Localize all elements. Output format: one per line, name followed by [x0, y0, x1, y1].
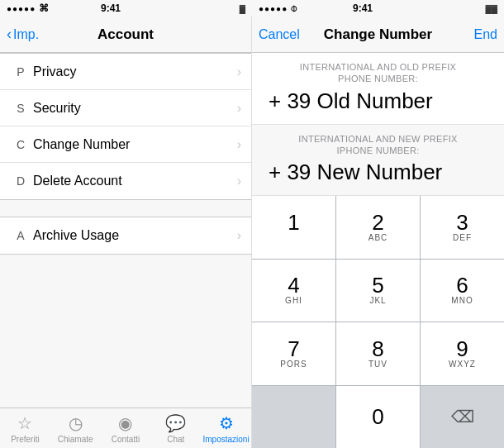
- key-6[interactable]: 6 MNO: [421, 260, 504, 322]
- status-bar: ●●●●● ⌘ 9:41 ▓ ●●●●● ⌽ 9:41 ▓▓: [0, 0, 504, 17]
- key-0-main: 0: [372, 406, 383, 427]
- left-nav-title: Account: [97, 26, 154, 43]
- change-number-icon: C: [13, 137, 28, 152]
- archive-usage-chevron-icon: ›: [237, 228, 241, 243]
- right-nav-title: Change Number: [324, 26, 432, 43]
- back-button[interactable]: ‹ Imp.: [7, 26, 39, 43]
- delete-account-label: Delete Account: [33, 174, 237, 188]
- change-number-chevron-icon: ›: [237, 137, 241, 152]
- left-spacer: [0, 255, 251, 407]
- tab-chat[interactable]: 💬 Chat: [150, 413, 201, 444]
- left-nav-bar: ‹ Imp. Account: [0, 17, 251, 53]
- menu-item-privacy[interactable]: P Privacy ›: [0, 54, 251, 90]
- key-4[interactable]: 4 GHI: [252, 260, 336, 322]
- menu-item-change-number[interactable]: C Change Number ›: [0, 126, 251, 163]
- new-phone-number: + 39 New Number: [265, 160, 491, 185]
- security-icon: S: [13, 101, 28, 116]
- left-battery: ▓: [240, 4, 245, 13]
- right-wifi: ⌽: [291, 2, 297, 14]
- keypad-row-1: 1 2 ABC 3 DEF: [252, 196, 504, 259]
- main-container: ‹ Imp. Account P Privacy › S Security › …: [0, 17, 504, 448]
- contatti-label: Contatti: [112, 435, 140, 444]
- right-signal: ●●●●●: [259, 4, 288, 13]
- right-time: 9:41: [353, 2, 373, 14]
- tab-preferiti[interactable]: ☆ Preferiti: [0, 413, 50, 444]
- key-3[interactable]: 3 DEF: [421, 196, 504, 258]
- key-9[interactable]: 9 WXYZ: [421, 322, 504, 384]
- key-7-main: 7: [288, 338, 299, 360]
- right-nav-bar: Cancel Change Number End: [252, 17, 504, 53]
- tab-contatti[interactable]: ◉ Contatti: [101, 413, 151, 444]
- key-8[interactable]: 8 TUV: [336, 322, 421, 384]
- impostazioni-label: Impostazioni: [203, 435, 250, 444]
- archive-usage-icon: A: [13, 228, 28, 243]
- key-7-sub: PORS: [280, 360, 307, 369]
- archive-usage-label: Archive Usage: [33, 228, 237, 243]
- preferiti-icon: ☆: [17, 413, 32, 433]
- key-4-sub: GHI: [285, 296, 302, 306]
- key-5[interactable]: 5 JKL: [336, 260, 421, 322]
- keypad-row-2: 4 GHI 5 JKL 6 MNO: [252, 260, 504, 322]
- menu-list-1: P Privacy › S Security › C Change Number…: [0, 53, 251, 200]
- impostazioni-icon: ⚙: [219, 413, 234, 433]
- key-6-sub: MNO: [451, 296, 473, 306]
- key-1[interactable]: 1: [252, 196, 336, 258]
- old-phone-label: INTERNATIONAL AND OLD PREFIXPHONE NUMBER…: [265, 61, 491, 85]
- key-empty: [252, 386, 336, 448]
- tab-bar: ☆ Preferiti ◷ Chiamate ◉ Contatti 💬 Chat…: [0, 407, 251, 448]
- security-chevron-icon: ›: [237, 101, 241, 116]
- new-phone-section: INTERNATIONAL AND NEW PREFIXIPHONE NUMBE…: [252, 125, 504, 197]
- keypad-row-4: 0 ⌫: [252, 386, 504, 448]
- left-panel: ‹ Imp. Account P Privacy › S Security › …: [0, 17, 252, 448]
- key-1-sub: [292, 233, 296, 243]
- contatti-icon: ◉: [118, 413, 132, 433]
- key-backspace[interactable]: ⌫: [421, 386, 504, 448]
- key-8-sub: TUV: [368, 360, 388, 369]
- key-3-sub: DEF: [453, 233, 472, 243]
- key-0[interactable]: 0: [336, 386, 421, 448]
- chiamate-label: Chiamate: [58, 435, 93, 444]
- end-button[interactable]: End: [474, 27, 497, 42]
- chat-icon: 💬: [165, 413, 186, 433]
- menu-list-2: A Archive Usage ›: [0, 217, 251, 255]
- backspace-icon: ⌫: [451, 407, 474, 427]
- key-9-sub: WXYZ: [449, 360, 476, 369]
- change-number-label: Change Number: [33, 137, 237, 152]
- key-2-sub: ABC: [368, 233, 388, 243]
- right-panel: Cancel Change Number End INTERNATIONAL A…: [252, 17, 504, 448]
- key-1-main: 1: [288, 212, 299, 233]
- left-time: 9:41: [101, 2, 121, 14]
- right-battery: ▓▓: [485, 4, 497, 13]
- key-7[interactable]: 7 PORS: [252, 322, 336, 384]
- back-chevron-icon: ‹: [7, 26, 12, 43]
- security-label: Security: [33, 101, 237, 116]
- delete-account-icon: D: [13, 174, 28, 188]
- key-8-main: 8: [372, 338, 383, 360]
- key-4-main: 4: [288, 274, 299, 296]
- key-2[interactable]: 2 ABC: [336, 196, 421, 258]
- menu-item-archive-usage[interactable]: A Archive Usage ›: [0, 217, 251, 254]
- tab-impostazioni[interactable]: ⚙ Impostazioni: [201, 413, 251, 444]
- old-phone-number: + 39 Old Number: [265, 88, 491, 114]
- privacy-icon: P: [13, 64, 28, 79]
- old-phone-section: INTERNATIONAL AND OLD PREFIXPHONE NUMBER…: [252, 53, 504, 125]
- key-3-main: 3: [456, 212, 468, 233]
- left-wifi: ⌘: [39, 2, 49, 14]
- key-6-main: 6: [456, 274, 468, 296]
- key-9-main: 9: [456, 338, 468, 360]
- menu-item-delete-account[interactable]: D Delete Account ›: [0, 163, 251, 199]
- left-signal: ●●●●●: [7, 4, 36, 13]
- menu-item-security[interactable]: S Security ›: [0, 90, 251, 126]
- chiamate-icon: ◷: [69, 413, 83, 433]
- key-5-main: 5: [372, 274, 383, 296]
- back-label: Imp.: [13, 27, 39, 42]
- tab-chiamate[interactable]: ◷ Chiamate: [50, 413, 101, 444]
- keypad: 1 2 ABC 3 DEF 4 GHI 5: [252, 196, 504, 448]
- key-5-sub: JKL: [369, 296, 386, 306]
- privacy-label: Privacy: [33, 64, 237, 79]
- cancel-button[interactable]: Cancel: [259, 27, 300, 42]
- keypad-row-3: 7 PORS 8 TUV 9 WXYZ: [252, 322, 504, 385]
- chat-label: Chat: [167, 435, 184, 444]
- new-phone-label: INTERNATIONAL AND NEW PREFIXIPHONE NUMBE…: [265, 133, 491, 157]
- key-2-main: 2: [372, 212, 383, 233]
